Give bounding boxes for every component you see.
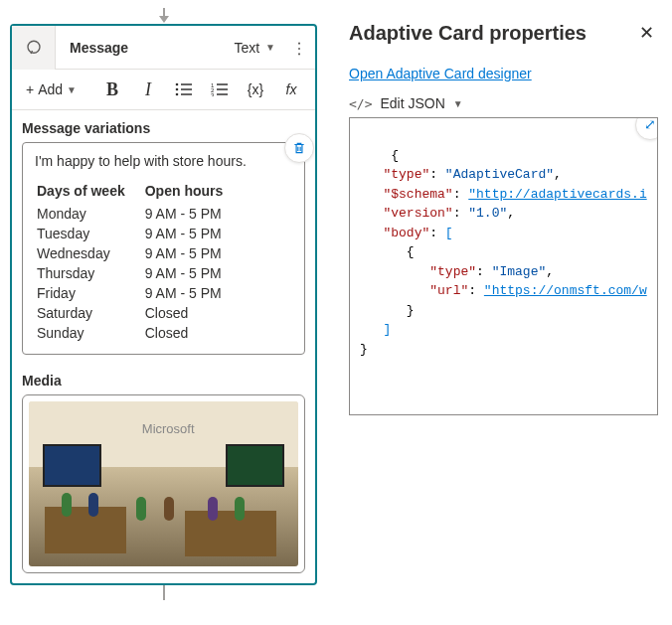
table-row: SaturdayClosed bbox=[37, 304, 241, 322]
chevron-down-icon: ▼ bbox=[453, 98, 463, 109]
bold-button[interactable]: B bbox=[96, 76, 128, 103]
svg-point-2 bbox=[28, 41, 40, 53]
svg-point-3 bbox=[176, 83, 179, 86]
edit-json-toggle[interactable]: </> Edit JSON ▼ bbox=[349, 95, 658, 111]
card-title: Message bbox=[56, 40, 226, 56]
table-row: SundayClosed bbox=[37, 324, 241, 342]
add-button[interactable]: + Add ▼ bbox=[20, 78, 83, 101]
svg-point-5 bbox=[176, 88, 179, 91]
flow-arrow-out bbox=[10, 585, 317, 601]
more-icon: ⋯ bbox=[290, 41, 309, 55]
panel-title: Adaptive Card properties bbox=[349, 22, 587, 45]
numbered-list-button[interactable]: 123 bbox=[204, 76, 236, 103]
table-row: Tuesday9 AM - 5 PM bbox=[37, 225, 241, 242]
table-row: Thursday9 AM - 5 PM bbox=[37, 264, 241, 282]
delete-variation-button[interactable] bbox=[284, 133, 314, 163]
chevron-down-icon: ▼ bbox=[265, 42, 275, 53]
bold-icon: B bbox=[106, 79, 118, 100]
media-attachment[interactable]: Microsoft bbox=[22, 394, 305, 573]
fx-icon: fx bbox=[286, 81, 297, 97]
properties-panel: Adaptive Card properties ✕ Open Adaptive… bbox=[327, 0, 672, 625]
plus-icon: + bbox=[26, 81, 34, 97]
editor-toolbar: + Add ▼ B I 123 {x} fx bbox=[12, 70, 315, 110]
list-bullet-icon bbox=[175, 82, 193, 96]
list-number-icon: 123 bbox=[211, 82, 229, 96]
message-icon bbox=[12, 26, 56, 70]
message-variation[interactable]: I'm happy to help with store hours. Days… bbox=[22, 142, 305, 355]
table-row: Friday9 AM - 5 PM bbox=[37, 284, 241, 302]
message-node-panel: Message Text ▼ ⋯ + Add ▼ B I 123 bbox=[0, 0, 327, 625]
message-intro: I'm happy to help with store hours. bbox=[35, 153, 292, 169]
table-row: Wednesday9 AM - 5 PM bbox=[37, 244, 241, 262]
italic-button[interactable]: I bbox=[132, 76, 164, 103]
close-icon: ✕ bbox=[639, 23, 654, 43]
output-type-selector[interactable]: Text ▼ bbox=[226, 40, 283, 56]
type-label: Text bbox=[234, 40, 259, 56]
close-button[interactable]: ✕ bbox=[635, 18, 658, 48]
svg-marker-1 bbox=[159, 16, 169, 23]
code-icon: </> bbox=[349, 96, 372, 111]
expand-button[interactable]: ⤢ bbox=[635, 117, 658, 140]
formula-button[interactable]: fx bbox=[275, 76, 307, 103]
card-header: Message Text ▼ ⋯ bbox=[12, 26, 315, 70]
svg-point-7 bbox=[176, 93, 179, 96]
insert-variable-button[interactable]: {x} bbox=[240, 76, 271, 103]
expand-icon: ⤢ bbox=[644, 117, 656, 136]
json-editor[interactable]: ⤢{ "type": "AdaptiveCard", "$schema": "h… bbox=[349, 117, 658, 415]
col-days: Days of week bbox=[37, 181, 143, 203]
image-text: Microsoft bbox=[142, 421, 195, 436]
message-card: Message Text ▼ ⋯ + Add ▼ B I 123 bbox=[10, 24, 317, 585]
open-designer-link[interactable]: Open Adaptive Card designer bbox=[349, 66, 532, 81]
more-button[interactable]: ⋯ bbox=[283, 26, 315, 70]
media-heading: Media bbox=[12, 363, 315, 394]
bulleted-list-button[interactable] bbox=[168, 76, 200, 103]
chevron-down-icon: ▼ bbox=[67, 84, 77, 95]
trash-icon bbox=[292, 141, 306, 155]
flow-arrow-in bbox=[10, 8, 317, 24]
svg-text:3: 3 bbox=[211, 92, 215, 96]
italic-icon: I bbox=[145, 79, 151, 100]
add-label: Add bbox=[38, 81, 63, 97]
hours-table: Days of week Open hours Monday9 AM - 5 P… bbox=[35, 179, 243, 344]
table-row: Monday9 AM - 5 PM bbox=[37, 205, 241, 223]
variations-heading: Message variations bbox=[12, 110, 315, 142]
col-hours: Open hours bbox=[145, 181, 242, 203]
store-image: Microsoft bbox=[29, 401, 298, 566]
variable-icon: {x} bbox=[248, 81, 263, 97]
edit-json-label: Edit JSON bbox=[381, 95, 445, 111]
